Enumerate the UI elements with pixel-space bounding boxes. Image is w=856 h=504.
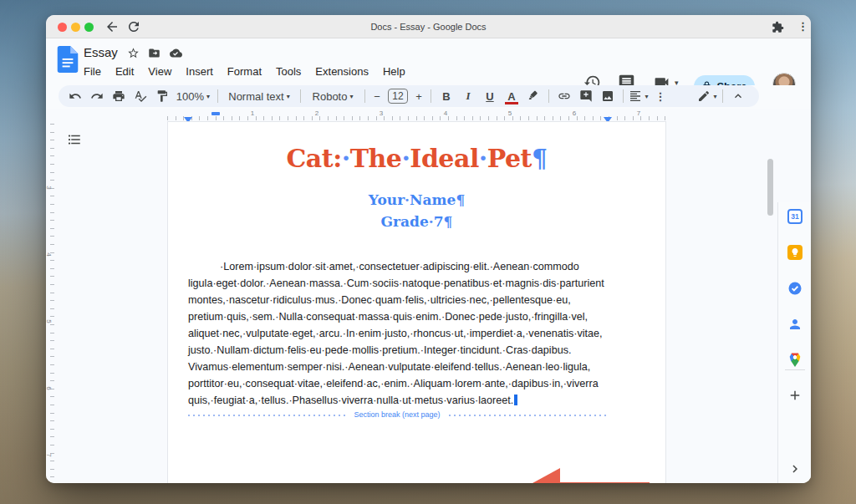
menu-insert[interactable]: Insert [186,65,213,78]
ruler-number: 3 [46,186,53,189]
toolbar-separator [300,89,301,103]
star-icon[interactable] [127,47,140,59]
menu-tools[interactable]: Tools [276,65,301,78]
tasks-icon[interactable] [787,281,802,296]
horizontal-ruler[interactable]: 1 2 3 4 5 6 7 [167,109,666,122]
ruler-number: 4 [46,252,53,256]
decrease-font-size-button[interactable]: − [370,87,384,105]
menu-format[interactable]: Format [227,65,262,78]
ruler-number: 4 [444,109,447,117]
toolbar-separator [623,89,624,103]
essay-title[interactable]: Cat:·The·Ideal·Pet¶ [168,144,665,173]
ruler-number: 7 [46,453,53,456]
increase-font-size-button[interactable]: + [412,87,425,105]
font-select[interactable]: Roboto▾ [306,87,359,105]
contacts-icon[interactable] [787,317,802,332]
toolbar-separator [217,89,218,103]
toolbar-separator [722,89,723,103]
italic-button[interactable]: I [458,87,478,105]
byline-name[interactable]: Your·Name¶ [168,191,665,208]
menu-view[interactable]: View [148,65,171,78]
ruler-number: 6 [573,109,576,117]
menu-extensions[interactable]: Extensions [315,65,369,78]
menu-bar: File Edit View Insert Format Tools Exten… [84,65,405,78]
pencil-icon [697,89,711,103]
text-color-button[interactable]: A [502,87,522,105]
paint-format-button[interactable] [152,87,172,105]
toolbar-row: 100%▾ Normal text▾ Roboto▾ − 12 + B I U … [46,85,811,109]
body-line[interactable]: montes,·nascetur·ridiculus·mus.·Donec·qu… [188,292,606,308]
editing-mode-dropdown-icon: ▾ [713,93,716,100]
highlighter-icon [527,89,540,103]
toolbar-separator [431,89,431,103]
body-line[interactable]: aliquet·nec,·vulputate·eget,·arcu.·In·en… [188,325,606,342]
body-paragraph[interactable]: ·Lorem·ipsum·dolor·sit·amet,·consectetue… [188,258,606,409]
pilcrow-mark: ¶ [532,144,548,173]
redo-icon [90,89,104,103]
add-comment-icon [579,89,593,103]
body-line[interactable]: quis,·feugiat·a,·tellus.·Phasellus·viver… [188,392,606,409]
insert-link-button[interactable] [554,87,574,105]
cloud-status-icon[interactable] [170,47,182,59]
calendar-icon[interactable]: 31 [787,209,802,224]
section-break: Section break (next page) [188,411,606,420]
insert-image-button[interactable] [598,87,618,105]
toolbar: 100%▾ Normal text▾ Roboto▾ − 12 + B I U … [59,85,759,107]
ruler-number: 1 [251,109,254,117]
side-panel: 31 [777,202,811,483]
menu-help[interactable]: Help [383,65,405,78]
docs-logo-icon[interactable] [57,46,79,73]
maps-icon[interactable] [787,352,802,367]
ruler-number: 5 [508,109,512,117]
body-line[interactable]: ligula·eget·dolor.·Aenean·massa.·Cum·soc… [188,275,606,292]
zoom-dropdown-icon: ▾ [206,93,210,100]
body-line[interactable]: justo.·Nullam·dictum·felis·eu·pede·molli… [188,342,606,359]
first-line-indent-marker[interactable] [211,112,220,115]
move-folder-icon[interactable] [148,47,160,59]
print-button[interactable] [109,87,129,105]
browser-menu-icon[interactable]: ⋮ [797,20,808,33]
show-outline-icon[interactable] [67,132,82,147]
browser-window: Docs - Essay - Google Docs ⋮ Essay File … [46,15,811,483]
extensions-puzzle-icon[interactable] [772,21,784,33]
undo-button[interactable] [65,87,85,105]
link-icon [558,89,571,103]
zoom-select[interactable]: 100%▾ [174,87,212,105]
document-title-input[interactable]: Essay [84,45,118,59]
ruler-number: 6 [46,386,53,389]
paragraph-style-select[interactable]: Normal text▾ [223,87,295,105]
undo-icon [69,89,82,103]
menu-file[interactable]: File [84,65,101,78]
add-comment-button[interactable] [576,87,596,105]
underline-button[interactable]: U [480,87,500,105]
keep-icon[interactable] [787,245,802,260]
document-canvas: 1 2 3 4 5 6 7 3 4 5 6 7 Cat:·The·Ideal·P… [46,109,811,483]
section-break-label: Section break (next page) [347,410,446,419]
menu-edit[interactable]: Edit [115,65,134,78]
hide-menus-button[interactable] [728,87,748,105]
redo-button[interactable] [87,87,107,105]
spellcheck-button[interactable] [130,87,150,105]
vertical-scrollbar-thumb[interactable] [767,159,773,216]
editing-mode-button[interactable]: ▾ [697,87,717,105]
byline-grade[interactable]: Grade·7¶ [168,213,665,230]
style-dropdown-icon: ▾ [287,93,290,100]
pilcrow-mark: ¶ [444,213,453,230]
body-line[interactable]: pretium·quis,·sem.·Nulla·consequat·massa… [188,308,606,325]
body-line[interactable]: ·Lorem·ipsum·dolor·sit·amet,·consectetue… [188,258,606,275]
image-icon [601,89,614,103]
font-size-input[interactable]: 12 [388,89,408,104]
vertical-ruler[interactable]: 3 4 5 6 7 [46,124,58,483]
text-cursor [514,395,517,405]
bold-button[interactable]: B [436,87,456,105]
document-page[interactable]: Cat:·The·Ideal·Pet¶ Your·Name¶ Grade·7¶ … [167,121,666,483]
body-line[interactable]: Vivamus·elementum·semper·nisi.·Aenean·vu… [188,359,606,375]
more-toolbar-options-button[interactable]: ⋮ [650,87,670,105]
space-dot: · [342,144,350,173]
body-line[interactable]: porttitor·eu,·consequat·vitae,·eleifend·… [188,375,606,392]
expand-chevron-icon[interactable] [787,461,802,476]
ruler-number: 7 [637,109,640,117]
align-button[interactable]: ▾ [629,87,649,105]
get-addons-plus-icon[interactable] [787,388,802,403]
highlight-color-button[interactable] [523,87,543,105]
